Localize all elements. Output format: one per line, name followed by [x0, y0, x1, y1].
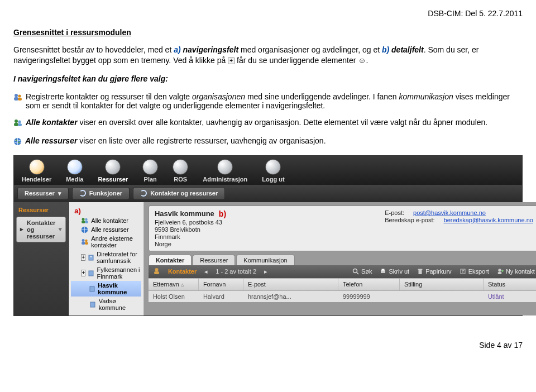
- svg-point-4: [15, 119, 18, 123]
- svg-point-35: [498, 269, 501, 271]
- org-title: Hasvik kommune: [155, 209, 214, 218]
- tab-ressurser[interactable]: Ressurser: [193, 255, 235, 265]
- svg-rect-32: [419, 270, 422, 274]
- refresh-icon: [140, 190, 147, 197]
- svg-rect-21: [89, 255, 93, 260]
- main-menu: Hendelser Media Ressurser Plan ROS Admin…: [14, 156, 522, 185]
- person-icon: [153, 267, 160, 276]
- expand-icon[interactable]: +: [81, 270, 85, 276]
- menu-media[interactable]: Media: [66, 159, 83, 183]
- email-link[interactable]: beredskap@hasvik.kommune.no: [444, 217, 533, 223]
- email-link[interactable]: post@hasvik.kommune.no: [413, 209, 486, 216]
- table-header: Etternavn ▵ Fornavn E-post Telefon Still…: [149, 278, 536, 291]
- pill-funksjoner[interactable]: Funksjoner: [72, 187, 130, 200]
- col-telefon[interactable]: Telefon: [338, 279, 400, 290]
- expand-icon: +: [228, 58, 234, 64]
- sidebar-selected-item[interactable]: ▸ Kontakter og ressurser ▾: [16, 217, 66, 242]
- org-card: Hasvik kommune b) Fjellveien 6, postboks…: [149, 205, 536, 251]
- svg-rect-7: [18, 123, 22, 126]
- menu-admin[interactable]: Administrasjon: [203, 159, 247, 183]
- menu-hendelser[interactable]: Hendelser: [22, 159, 51, 183]
- tree-andre-eksterne[interactable]: Andre eksterne kontakter: [71, 234, 141, 250]
- export-icon: [460, 268, 466, 275]
- svg-point-12: [82, 218, 85, 221]
- building-icon: [89, 285, 95, 292]
- svg-rect-31: [382, 269, 385, 271]
- bullet-alle-kontakter: Alle kontakter viser en oversikt over al…: [13, 118, 523, 128]
- menu-ressurser[interactable]: Ressurser: [98, 159, 128, 183]
- svg-rect-25: [90, 286, 94, 291]
- toolbar-title: Kontakter: [168, 268, 197, 275]
- left-sidebar: Ressurser ▸ Kontakter og ressurser ▾: [14, 202, 69, 315]
- svg-rect-30: [381, 270, 385, 273]
- people-icon: [13, 93, 22, 103]
- tree-hasvik[interactable]: Hasvik kommune: [71, 281, 141, 297]
- detail-toolbar: Kontakter ◂ 1 - 2 av totalt 2 ▸ Søk Skri…: [149, 265, 536, 278]
- svg-rect-33: [418, 269, 423, 270]
- page-footer: Side 4 av 17: [13, 341, 523, 350]
- col-stilling[interactable]: Stilling: [400, 279, 484, 290]
- building-icon: [89, 301, 97, 308]
- action-sok[interactable]: Søk: [352, 268, 372, 275]
- pager-text: 1 - 2 av totalt 2: [216, 268, 256, 275]
- svg-rect-15: [85, 221, 88, 223]
- svg-rect-22: [90, 256, 91, 257]
- nav-tree: a) Alle kontakter Alle ressurser Andre e…: [69, 202, 144, 315]
- detail-panel: Hasvik kommune b) Fjellveien 6, postboks…: [144, 202, 536, 315]
- svg-rect-19: [82, 242, 85, 245]
- expand-icon[interactable]: +: [81, 254, 85, 261]
- bullet-alle-ressurser: Alle ressurser viser en liste over alle …: [13, 136, 523, 147]
- print-icon: [380, 268, 386, 275]
- pager-next[interactable]: ▸: [264, 268, 267, 275]
- action-skrivut[interactable]: Skriv ut: [380, 268, 409, 275]
- col-etternavn[interactable]: Etternavn ▵: [149, 279, 199, 290]
- pill-kontakter-ressurser[interactable]: Kontakter og ressurser: [133, 187, 225, 200]
- menu-loggut[interactable]: Logg ut: [262, 159, 284, 183]
- app-screenshot: Hendelser Media Ressurser Plan ROS Admin…: [13, 155, 523, 316]
- doc-id: DSB-CIM: Del 5. 22.7.2011: [13, 9, 523, 18]
- col-fornavn[interactable]: Fornavn: [199, 279, 243, 290]
- menu-ros[interactable]: ROS: [173, 159, 188, 183]
- svg-point-0: [15, 94, 18, 97]
- tree-fylkesmannen[interactable]: + Fylkesmannen i Finnmark: [71, 265, 141, 281]
- add-person-icon: [497, 268, 504, 275]
- pill-ressurser[interactable]: Ressurser▾: [17, 187, 69, 200]
- svg-point-1: [18, 94, 21, 97]
- tree-alle-ressurser[interactable]: Alle ressurser: [71, 225, 141, 234]
- svg-rect-14: [82, 221, 85, 223]
- contacts-table: Etternavn ▵ Fornavn E-post Telefon Still…: [149, 278, 536, 302]
- addr-line: 9593 Breivikbotn: [155, 226, 226, 233]
- addr-line: Norge: [155, 241, 226, 247]
- annotation-a: a): [74, 207, 81, 215]
- col-status[interactable]: Status: [484, 279, 536, 290]
- menu-plan[interactable]: Plan: [142, 159, 158, 183]
- tab-kommunikasjon[interactable]: Kommunikasjon: [236, 255, 294, 265]
- action-papirkurv[interactable]: Papirkurv: [417, 268, 451, 275]
- svg-point-29: [353, 269, 357, 273]
- tree-alle-kontakter[interactable]: Alle kontakter: [71, 216, 141, 225]
- paragraph-intro: Grensesnittet består av to hoveddeler, m…: [13, 45, 523, 66]
- action-nykontakt[interactable]: Ny kontakt: [497, 268, 535, 275]
- search-icon: [352, 268, 359, 275]
- action-eksport[interactable]: Eksport: [460, 268, 489, 275]
- people-icon: [81, 217, 89, 224]
- svg-point-10: [16, 139, 17, 141]
- svg-rect-20: [85, 242, 88, 245]
- pager-prev[interactable]: ◂: [204, 268, 208, 275]
- detail-tabs: Kontakter Ressurser Kommunikasjon: [149, 255, 536, 265]
- col-epost[interactable]: E-post: [243, 279, 338, 290]
- tree-vadso[interactable]: Vadsø kommune: [71, 297, 141, 312]
- svg-point-18: [85, 239, 88, 241]
- svg-point-27: [155, 268, 158, 271]
- people-icon: [81, 238, 89, 245]
- tree-dsb[interactable]: + Direktoratet for samfunnssik: [71, 250, 141, 265]
- addr-line: Finnmark: [155, 233, 226, 240]
- annotation-b: b): [219, 209, 226, 218]
- paragraph-nav-lead: I navigeringsfeltet kan du gjøre flere v…: [13, 74, 523, 84]
- table-row[interactable]: Holst Olsen Halvard hrannsjef@ha... 9999…: [149, 291, 536, 302]
- bullet-registrerte: Registrerte kontakter og ressurser til d…: [13, 92, 523, 110]
- people-green-icon: [13, 119, 22, 128]
- refresh-icon: [79, 190, 86, 197]
- tab-kontakter[interactable]: Kontakter: [149, 255, 192, 265]
- sidebar-section-label: Ressurser: [16, 205, 66, 217]
